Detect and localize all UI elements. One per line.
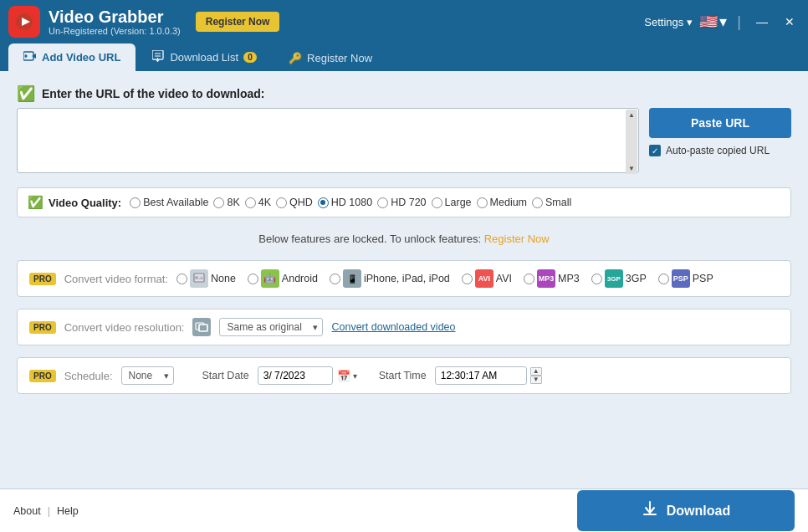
- settings-button[interactable]: Settings ▾: [644, 16, 693, 28]
- quality-radio-hd1080[interactable]: [318, 197, 329, 208]
- about-link[interactable]: About: [13, 505, 41, 517]
- app-logo: [8, 6, 40, 38]
- quality-label-hd720: HD 720: [391, 197, 426, 208]
- app-subtitle: Un-Registered (Version: 1.0.0.3): [49, 26, 181, 36]
- locked-banner: Below features are locked. To unlock fea…: [17, 229, 791, 248]
- format-option-mp3[interactable]: MP3 MP3: [524, 269, 580, 288]
- register-key-icon: 🔑: [289, 52, 302, 64]
- convert-format-pro-badge: PRO: [29, 273, 56, 285]
- main-content: ✅ Enter the URL of the video to download…: [0, 71, 808, 489]
- quality-radio-best[interactable]: [130, 197, 141, 208]
- start-date-input[interactable]: [258, 366, 333, 385]
- resolution-select[interactable]: Same as original: [219, 318, 323, 336]
- help-link[interactable]: Help: [57, 505, 79, 517]
- convert-format-section: PRO Convert video format: None 🤖 Android…: [17, 260, 791, 297]
- quality-label: ✅ Video Quality:: [28, 195, 121, 210]
- paste-url-button[interactable]: Paste URL: [649, 108, 791, 138]
- start-time-label: Start Time: [379, 370, 427, 381]
- quality-option-best[interactable]: Best Available: [130, 197, 208, 208]
- schedule-select-wrap[interactable]: None: [121, 366, 174, 385]
- start-time-wrap: ▲ ▼: [435, 366, 542, 385]
- format-radio-android[interactable]: [248, 274, 258, 284]
- calendar-icon[interactable]: 📅: [337, 370, 350, 382]
- quality-radio-4k[interactable]: [245, 197, 256, 208]
- resolution-icon: [192, 318, 211, 336]
- quality-radio-medium[interactable]: [477, 197, 488, 208]
- format-option-android[interactable]: 🤖 Android: [248, 269, 318, 288]
- start-time-input[interactable]: [435, 366, 527, 385]
- tab-register-now[interactable]: 🔑 Register Now: [274, 45, 387, 71]
- schedule-label: Schedule:: [64, 370, 113, 382]
- quality-option-8k[interactable]: 8K: [213, 197, 239, 208]
- format-icon-mp3: MP3: [537, 269, 555, 288]
- url-input[interactable]: [17, 108, 639, 173]
- quality-radio-qhd[interactable]: [276, 197, 287, 208]
- format-icon-iphone: 📱: [343, 269, 361, 288]
- quality-radio-small[interactable]: [532, 197, 543, 208]
- auto-paste-checkbox[interactable]: ✓: [649, 145, 661, 156]
- resolution-select-wrap[interactable]: Same as original: [219, 318, 323, 336]
- format-icon-avi: AVI: [475, 269, 493, 288]
- format-label-none: None: [211, 273, 236, 284]
- auto-paste-label: Auto-paste copied URL: [666, 145, 770, 156]
- convert-downloaded-link[interactable]: Convert downloaded video: [331, 321, 455, 333]
- date-dropdown-icon[interactable]: ▾: [353, 371, 357, 381]
- quality-option-medium[interactable]: Medium: [477, 197, 527, 208]
- video-quality-row: ✅ Video Quality: Best Available 8K 4K QH…: [17, 187, 791, 217]
- format-options: None 🤖 Android 📱 iPhone, iPad, iPod AVI …: [176, 269, 713, 288]
- format-icon-psp: PSP: [672, 269, 690, 288]
- format-option-3gp[interactable]: 3GP 3GP: [591, 269, 647, 288]
- format-option-iphone[interactable]: 📱 iPhone, iPad, iPod: [330, 269, 450, 288]
- convert-resolution-pro-badge: PRO: [29, 321, 56, 334]
- format-icon-android: 🤖: [261, 269, 279, 288]
- auto-paste-row: ✓ Auto-paste copied URL: [649, 145, 791, 156]
- scroll-up-icon[interactable]: ▲: [626, 110, 637, 120]
- quality-option-hd1080[interactable]: HD 1080: [318, 197, 372, 208]
- register-now-title-button[interactable]: Register Now: [196, 12, 280, 32]
- time-spin-up[interactable]: ▲: [530, 367, 542, 376]
- locked-register-link[interactable]: Register Now: [484, 233, 550, 245]
- format-option-psp[interactable]: PSP PSP: [658, 269, 713, 288]
- convert-resolution-section: PRO Convert video resolution: Same as or…: [17, 309, 791, 345]
- quality-option-hd720[interactable]: HD 720: [377, 197, 426, 208]
- quality-radio-8k[interactable]: [213, 197, 224, 208]
- quality-option-qhd[interactable]: QHD: [276, 197, 313, 208]
- url-scrollbar: ▲ ▼: [626, 110, 637, 174]
- footer-divider: |: [48, 505, 50, 517]
- title-bar-right: Settings ▾ 🇺🇸 ▾ | — ✕: [644, 13, 800, 31]
- quality-label-medium: Medium: [490, 197, 527, 208]
- tab-download-list[interactable]: Download List 0: [137, 43, 272, 71]
- format-option-avi[interactable]: AVI AVI: [462, 269, 512, 288]
- format-option-none[interactable]: None: [176, 269, 236, 288]
- download-button[interactable]: Download: [577, 490, 795, 531]
- svg-rect-15: [199, 325, 207, 331]
- quality-option-small[interactable]: Small: [532, 197, 571, 208]
- close-button[interactable]: ✕: [780, 13, 800, 30]
- time-spin-down[interactable]: ▼: [530, 376, 542, 384]
- tab-download-list-label: Download List: [170, 51, 238, 64]
- format-radio-iphone[interactable]: [330, 274, 340, 284]
- quality-radio-hd720[interactable]: [377, 197, 388, 208]
- schedule-select[interactable]: None: [121, 366, 174, 385]
- format-icon-none: [190, 269, 208, 288]
- quality-option-4k[interactable]: 4K: [245, 197, 271, 208]
- flag-icon: 🇺🇸: [699, 13, 718, 31]
- scroll-down-icon[interactable]: ▼: [626, 163, 637, 174]
- format-radio-psp[interactable]: [658, 274, 669, 284]
- flag-chevron-icon: ▾: [719, 13, 727, 31]
- format-label-android: Android: [282, 273, 318, 284]
- format-radio-mp3[interactable]: [524, 274, 534, 284]
- format-radio-3gp[interactable]: [591, 274, 602, 284]
- download-list-badge: 0: [243, 52, 257, 63]
- quality-option-large[interactable]: Large: [432, 197, 472, 208]
- format-icon-3gp: 3GP: [605, 269, 623, 288]
- start-date-label: Start Date: [202, 370, 249, 381]
- format-label-mp3: MP3: [558, 273, 580, 284]
- format-radio-avi[interactable]: [462, 274, 473, 284]
- tab-add-video[interactable]: Add Video URL: [8, 43, 136, 71]
- quality-radio-large[interactable]: [432, 197, 442, 208]
- language-button[interactable]: 🇺🇸 ▾: [699, 13, 727, 31]
- url-right-panel: Paste URL ✓ Auto-paste copied URL: [649, 108, 791, 176]
- format-radio-none[interactable]: [176, 274, 187, 284]
- minimize-button[interactable]: —: [751, 13, 773, 30]
